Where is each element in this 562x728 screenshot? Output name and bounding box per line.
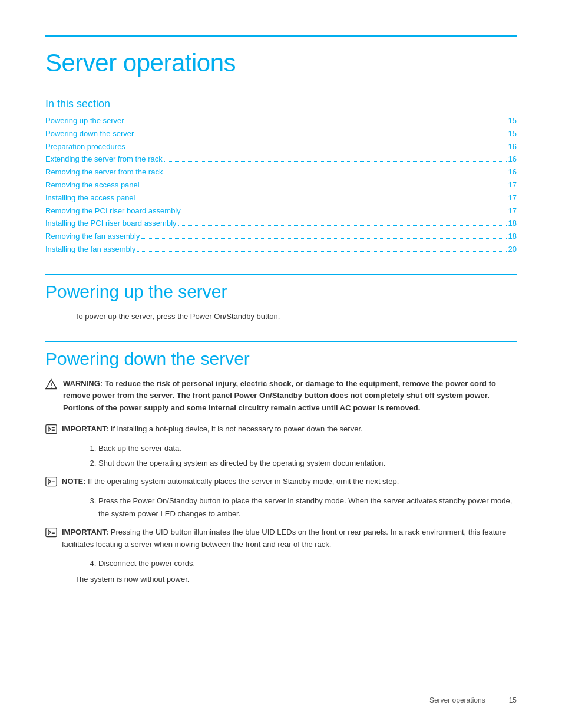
toc-page-number: 16 [508,141,517,153]
warning-icon [45,378,57,392]
toc-page-number: 17 [508,205,517,218]
page-title: Server operations [45,49,517,77]
toc-page-number: 20 [508,243,517,256]
svg-rect-9 [46,477,57,486]
toc-dots [135,136,506,136]
svg-point-1 [51,387,52,388]
toc-dots [164,161,507,162]
toc-page-number: 16 [508,166,517,179]
toc-item-label: Extending the server from the rack [45,153,163,166]
toc-item-label: Removing the fan assembly [45,230,140,243]
section-heading-powering-up: Powering up the server [45,274,517,302]
toc-item: Removing the fan assembly18 [45,230,517,243]
toc-page-number: 16 [508,153,517,166]
toc-item: Installing the PCI riser board assembly1… [45,218,517,230]
warning-text: WARNING: To reduce the risk of personal … [63,378,517,414]
toc-item-label: Removing the access panel [45,179,140,192]
toc-item-label: Preparation procedures [45,141,125,153]
toc-item-label: Powering up the server [45,115,124,127]
footer: Server operations 15 [429,696,517,704]
steps-list-1: Back up the server data. Shut down the o… [98,442,517,470]
toc-item: Installing the fan assembly20 [45,243,517,256]
note-body: If the operating system automatically pl… [88,477,399,486]
step-1: Back up the server data. [98,442,517,455]
step-2: Shut down the operating system as direct… [98,457,517,470]
svg-rect-16 [46,528,57,537]
table-of-contents: In this section Powering up the server15… [45,98,517,256]
steps-list-2: Press the Power On/Standby button to pla… [98,495,517,521]
important-body-1: If installing a hot-plug device, it is n… [111,424,363,433]
toc-page-number: 18 [508,218,517,230]
toc-page-number: 15 [508,115,517,127]
toc-item-label: Installing the PCI riser board assembly [45,218,177,230]
warning-body: To reduce the risk of personal injury, e… [63,379,496,413]
top-border [45,35,517,37]
footer-section-label: Server operations [429,696,485,704]
important-text-2: IMPORTANT: Pressing the UID button illum… [62,526,517,551]
toc-item: Removing the access panel17 [45,179,517,192]
toc-dots [183,213,507,213]
section-heading-powering-down: Powering down the server [45,341,517,369]
important-text-1: IMPORTANT: If installing a hot-plug devi… [62,423,363,436]
footer-page-number: 15 [509,696,517,704]
toc-item: Removing the server from the rack16 [45,166,517,179]
toc-dots [127,149,507,149]
note-label: NOTE: [62,477,85,486]
toc-dots [141,187,507,187]
toc-dots [164,174,506,174]
toc-item: Removing the PCI riser board assembly17 [45,205,517,218]
toc-item-label: Removing the server from the rack [45,166,163,179]
important-box-2: IMPORTANT: Pressing the UID button illum… [45,526,517,551]
toc-item: Extending the server from the rack16 [45,153,517,166]
step-4: Disconnect the power cords. [98,557,517,570]
note-text: NOTE: If the operating system automatica… [62,476,399,488]
warning-label: WARNING: [63,379,103,388]
page-content: Server operations In this section Poweri… [0,0,562,728]
important-label-2: IMPORTANT: [62,528,108,536]
toc-item-label: Installing the access panel [45,192,135,205]
toc-item-label: Removing the PCI riser board assembly [45,205,181,218]
svg-rect-2 [46,424,57,433]
important-icon-1 [45,424,57,436]
important-body-2: Pressing the UID button illuminates the … [62,528,506,549]
toc-page-number: 15 [508,128,517,140]
toc-dots [141,238,506,239]
steps-list-3: Disconnect the power cords. [98,557,517,570]
toc-dots [137,200,506,200]
toc-heading: In this section [45,98,517,110]
toc-item: Powering up the server15 [45,115,517,127]
toc-item: Powering down the server15 [45,128,517,140]
toc-page-number: 17 [508,192,517,205]
important-icon-2 [45,527,57,539]
toc-list: Powering up the server15Powering down th… [45,115,517,256]
toc-page-number: 17 [508,179,517,192]
toc-dots [126,123,507,123]
closing-text: The system is now without power. [75,574,517,586]
step-3: Press the Power On/Standby button to pla… [98,495,517,521]
important-box-1: IMPORTANT: If installing a hot-plug devi… [45,423,517,436]
toc-item-label: Installing the fan assembly [45,243,135,256]
toc-item-label: Powering down the server [45,128,134,140]
powering-up-body: To power up the server, press the Power … [75,311,517,323]
toc-dots [178,225,507,226]
warning-box: WARNING: To reduce the risk of personal … [45,378,517,414]
toc-dots [137,251,506,252]
important-label-1: IMPORTANT: [62,424,108,433]
note-box: NOTE: If the operating system automatica… [45,476,517,489]
toc-item: Installing the access panel17 [45,192,517,205]
toc-page-number: 18 [508,230,517,243]
note-icon [45,476,57,489]
toc-item: Preparation procedures16 [45,141,517,153]
